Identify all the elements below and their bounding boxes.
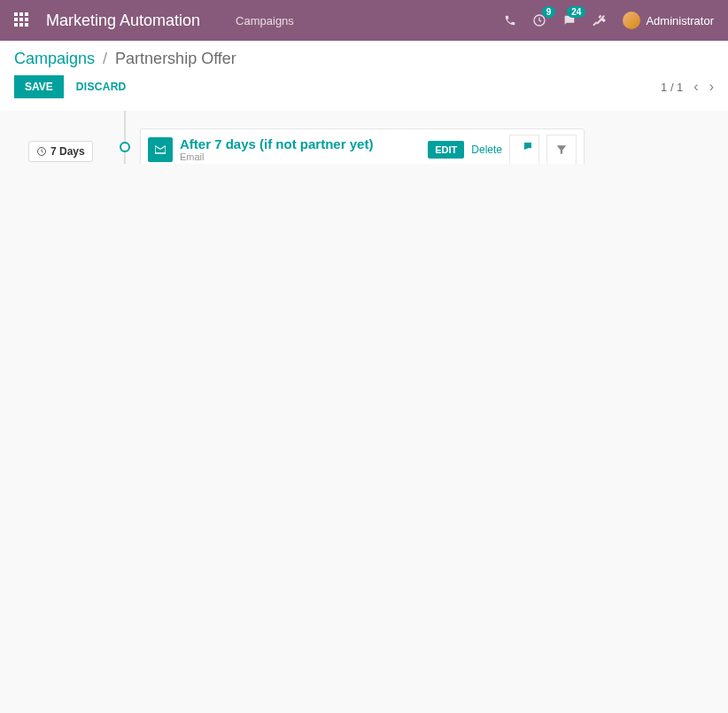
breadcrumb-current: Partnership Offer xyxy=(115,50,236,67)
pager-prev[interactable]: ‹ xyxy=(693,79,698,95)
user-menu[interactable]: Administrator xyxy=(623,12,714,29)
chart-tab-icon[interactable] xyxy=(509,135,539,164)
settings-icon[interactable] xyxy=(592,13,607,27)
topbar: Marketing Automation Campaigns 9 24 Admi… xyxy=(0,0,728,41)
breadcrumb-root[interactable]: Campaigns xyxy=(14,50,95,67)
phone-icon[interactable] xyxy=(504,14,516,27)
email-icon xyxy=(148,137,173,162)
timeline-line xyxy=(124,111,126,164)
activity-card-1: After 7 days (if not partner yet) Email … xyxy=(140,128,585,164)
canvas: 7 Days After 7 days (if not partner yet)… xyxy=(0,111,728,164)
clock-icon[interactable]: 9 xyxy=(532,13,546,27)
pager-text: 1 / 1 xyxy=(661,81,683,94)
activity-1-type: Email xyxy=(180,151,373,162)
nav-campaigns[interactable]: Campaigns xyxy=(236,14,294,27)
subheader: Campaigns / Partnership Offer SAVE DISCA… xyxy=(0,41,728,111)
app-title: Marketing Automation xyxy=(46,12,200,30)
breadcrumb: Campaigns / Partnership Offer xyxy=(14,50,714,68)
edit-button[interactable]: EDIT xyxy=(428,141,464,159)
save-button[interactable]: SAVE xyxy=(14,75,64,98)
discard-button[interactable]: DISCARD xyxy=(76,81,127,93)
activity-1-title: After 7 days (if not partner yet) xyxy=(180,137,373,152)
pager-next[interactable]: › xyxy=(709,79,714,95)
apps-icon[interactable] xyxy=(14,12,30,28)
user-name: Administrator xyxy=(646,14,714,27)
chat-icon[interactable]: 24 xyxy=(562,13,577,27)
time-badge-1: 7 Days xyxy=(28,141,93,162)
avatar xyxy=(623,12,640,29)
chat-badge: 24 xyxy=(567,6,585,18)
pager: 1 / 1 ‹ › xyxy=(661,79,714,95)
node-1 xyxy=(120,142,130,152)
clock-badge: 9 xyxy=(542,6,556,18)
filter-tab-icon[interactable] xyxy=(546,135,577,164)
delete-button[interactable]: Delete xyxy=(471,143,502,156)
